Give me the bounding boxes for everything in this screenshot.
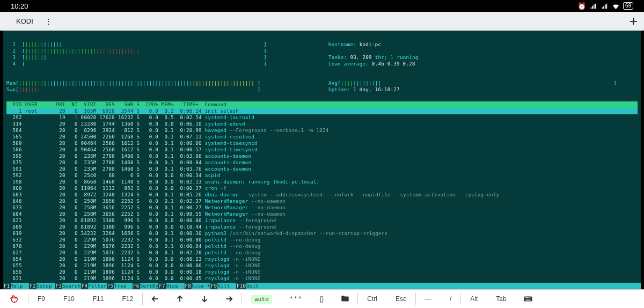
battery-indicator: 69 — [623, 2, 633, 10]
svg-rect-5 — [530, 297, 531, 298]
process-row[interactable]: 654 20 0 219M 1896 1124 S 0.0 0.0 0:00.2… — [6, 256, 638, 262]
process-row[interactable]: 621 20 0 81892 1308 996 S 0.0 0.0 0:00.0… — [6, 217, 638, 224]
terminal-htop[interactable]: 1 [|||||||||||| ] 2 [|||||||||||||||||||… — [3, 31, 641, 289]
key-alt[interactable]: Alt — [461, 290, 487, 308]
key-esc[interactable]: Esc — [386, 290, 415, 308]
process-row[interactable]: 604 20 0 258M 3656 2252 S 0.0 0.1 0:09.5… — [6, 211, 638, 217]
process-row[interactable]: 586 20 0 90464 2560 1612 S 0.0 0.1 0:00.… — [6, 146, 638, 153]
svg-rect-3 — [527, 297, 528, 298]
process-row[interactable]: 675 20 0 235M 2788 1460 S 0.0 0.1 0:00.0… — [6, 159, 638, 166]
process-row[interactable]: 646 20 0 258M 3656 2252 S 0.0 0.1 0:02.3… — [6, 198, 638, 204]
process-row[interactable]: 592 20 0 2540 68 0 S 0.0 0.0 0:00.34 acp… — [6, 172, 638, 179]
process-row[interactable]: 632 20 0 229M 5076 2232 S 0.0 0.1 0:00.0… — [6, 237, 638, 243]
key-tab[interactable]: Tab — [487, 290, 515, 308]
termux-toolbar: F9 F10 F11 F12 auto * * * {} Ctrl Esc ― … — [0, 289, 644, 308]
load-label: Load average: — [328, 61, 369, 67]
key-f11[interactable]: F11 — [84, 290, 113, 308]
process-row[interactable]: 595 20 0 235M 2788 1460 S 0.0 0.1 0:03.0… — [6, 153, 638, 159]
sysinfo: Hostname: kodi-pc Tasks: 93, 209 thr; 1 … — [328, 35, 419, 74]
braces-button[interactable]: {} — [310, 290, 333, 308]
tab-title[interactable]: KODI — [16, 17, 33, 25]
signal-icon — [601, 2, 609, 10]
clock: 10:20 — [11, 2, 28, 10]
process-list[interactable]: 292 19 -1 60020 17628 16232 S 0.0 0.5 0:… — [6, 114, 638, 288]
process-row[interactable]: 314 20 0 23280 1744 1360 S 0.0 0.0 0:06.… — [6, 121, 638, 127]
process-row-selected[interactable]: 1 root 20 0 165M 6928 3544 S 0.0 0.2 0:0… — [6, 108, 638, 114]
alarm-icon: ⏰ — [577, 2, 586, 10]
svg-rect-4 — [528, 297, 529, 298]
key-f12[interactable]: F12 — [113, 290, 142, 308]
android-statusbar: 10:20 ⏰ 69 — [0, 0, 644, 12]
mem-meters: Mem[||||||||||||||||||||||||||||||||||||… — [6, 74, 328, 99]
process-row[interactable]: 584 20 0 8296 3924 812 S 0.0 0.1 0:20.99… — [6, 127, 638, 134]
wifi-icon — [612, 2, 620, 10]
process-row[interactable]: 589 20 0 90464 2560 1612 S 0.0 0.1 0:00.… — [6, 140, 638, 146]
arrow-left-icon[interactable] — [143, 290, 167, 308]
process-row[interactable]: 656 20 0 219M 1896 1124 S 0.0 0.0 0:00.1… — [6, 269, 638, 275]
process-row[interactable]: 603 20 0 8972 3240 1324 S 0.0 0.1 0:05.2… — [6, 192, 638, 198]
autocomplete-button[interactable]: auto — [242, 290, 281, 308]
process-row[interactable]: 609 20 0 81892 1308 996 S 0.0 0.0 0:10.4… — [6, 224, 638, 230]
process-row[interactable]: 673 20 0 258M 3656 2252 S 0.0 0.1 0:00.2… — [6, 204, 638, 211]
arrow-up-icon[interactable] — [167, 290, 192, 308]
hostname: kodi-pc — [360, 42, 381, 47]
signal-icon — [589, 2, 597, 10]
process-row[interactable]: 619 20 0 34232 3264 1656 S 0.0 0.1 0:00.… — [6, 230, 638, 237]
svg-rect-6 — [525, 300, 530, 301]
tabbar: KODI ⋮ + — [0, 12, 644, 31]
uptime: 1 day, 16:18:27 — [353, 87, 400, 92]
tab-menu-icon[interactable]: ⋮ — [45, 17, 52, 25]
keyboard-icon[interactable] — [516, 290, 540, 308]
folder-icon[interactable] — [333, 290, 357, 308]
process-row[interactable]: 655 20 0 219M 1896 1124 S 0.0 0.0 0:00.0… — [6, 262, 638, 269]
uptime-label: Uptime: — [328, 87, 350, 92]
new-tab-button[interactable]: + — [630, 13, 638, 30]
process-row[interactable]: 676 20 0 229M 5076 2232 S 0.0 0.1 0:00.8… — [6, 243, 638, 250]
status-icons: ⏰ 69 — [577, 2, 633, 10]
process-row[interactable]: 627 20 0 229M 5076 2232 S 0.0 0.1 0:02.2… — [6, 250, 638, 256]
key-dash[interactable]: ― — [416, 290, 441, 308]
cpu-meters: 1 [|||||||||||| ] 2 [|||||||||||||||||||… — [6, 35, 328, 74]
process-row[interactable]: 631 20 0 219M 1896 1124 S 0.0 0.0 0:00.4… — [6, 275, 638, 282]
touch-icon[interactable] — [0, 290, 28, 308]
svg-rect-1 — [525, 297, 526, 298]
process-row[interactable]: 585 20 0 24500 2260 1268 S 0.0 0.1 0:07.… — [6, 134, 638, 140]
svg-rect-2 — [526, 297, 527, 298]
arrow-down-icon[interactable] — [192, 290, 217, 308]
key-ctrl[interactable]: Ctrl — [358, 290, 386, 308]
key-f9[interactable]: F9 — [28, 290, 54, 308]
process-header: PID USER PRI NI VIRT RES SHR S CPU% MEM%… — [6, 101, 638, 108]
tasks-label: Tasks: — [328, 55, 347, 60]
process-row[interactable]: 598 20 0 8668 1468 1140 S 0.0 0.0 0:02.1… — [6, 179, 638, 185]
svg-rect-0 — [524, 297, 532, 302]
key-f10[interactable]: F10 — [54, 290, 84, 308]
process-row[interactable]: 600 20 0 11964 1112 852 S 0.0 0.0 0:00.3… — [6, 185, 638, 192]
key-slash[interactable]: / — [441, 290, 460, 308]
stars-button[interactable]: * * * — [281, 290, 311, 308]
hostname-label: Hostname: — [328, 42, 356, 47]
process-row[interactable]: 292 19 -1 60020 17628 16232 S 0.0 0.5 0:… — [6, 114, 638, 121]
function-keys[interactable]: F1Help F2Setup F3SearchF4FilterF5Tree F6… — [3, 283, 641, 289]
arrow-right-icon[interactable] — [217, 290, 241, 308]
process-row[interactable]: 591 20 0 235M 2788 1460 S 0.0 0.1 0:03.7… — [6, 166, 638, 172]
